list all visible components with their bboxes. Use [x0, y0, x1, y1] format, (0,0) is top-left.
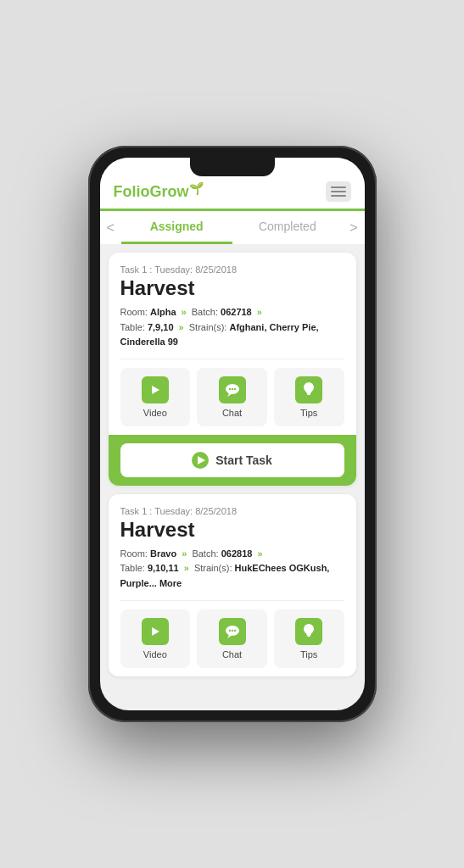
- task-2-title: Harvest: [120, 518, 344, 542]
- lightbulb-icon: [301, 381, 316, 398]
- chat-icon-bg-2: [219, 618, 246, 645]
- task-1-actions: Video Chat: [120, 368, 344, 426]
- arrow-4: »: [182, 548, 189, 559]
- logo-grow: Grow: [150, 183, 189, 200]
- svg-rect-6: [306, 392, 311, 393]
- task-2-date: Task 1 : Tuesday: 8/25/2018: [120, 506, 344, 516]
- task-1-video-label: Video: [143, 408, 167, 418]
- app-logo: FolioGrow🌱: [114, 183, 204, 201]
- task-card-2: Task 1 : Tuesday: 8/25/2018 Harvest Room…: [109, 494, 356, 676]
- task-2-table-label: Table:: [120, 563, 145, 573]
- phone-notch: [190, 158, 275, 176]
- hamburger-line-2: [331, 191, 346, 192]
- task-1-date: Task 1 : Tuesday: 8/25/2018: [120, 264, 344, 275]
- task-1-chat-button[interactable]: Chat: [197, 368, 267, 426]
- play-triangle-icon-2: [152, 627, 159, 636]
- task-1-strain-label: Strain(s):: [189, 322, 227, 332]
- arrow-6: »: [184, 563, 192, 573]
- phone-screen: FolioGrow🌱 < Assigned Completed > Task 1…: [100, 158, 365, 710]
- task-1-batch-value: 062718: [221, 307, 252, 317]
- start-play-icon: [192, 452, 209, 469]
- task-1-title: Harvest: [120, 276, 344, 300]
- task-2-divider: [120, 600, 344, 601]
- task-card-1: Task 1 : Tuesday: 8/25/2018 Harvest Room…: [109, 253, 356, 486]
- menu-button[interactable]: [326, 181, 351, 202]
- arrow-5: »: [257, 548, 262, 559]
- task-2-video-button[interactable]: Video: [120, 609, 191, 668]
- task-1-video-button[interactable]: Video: [120, 368, 191, 426]
- svg-point-3: [231, 388, 232, 390]
- task-2-tips-button[interactable]: Tips: [274, 609, 344, 668]
- chat-bubble-icon-2: [225, 625, 240, 638]
- video-icon-bg: [142, 376, 169, 403]
- video-icon-bg-2: [142, 618, 169, 645]
- arrow-2: »: [257, 307, 262, 317]
- svg-marker-9: [227, 635, 232, 638]
- task-1-table-value: 7,9,10: [148, 322, 174, 332]
- svg-point-11: [231, 629, 232, 631]
- task-2-batch-label: Batch:: [192, 548, 218, 559]
- task-1-meta: Room: Alpha » Batch: 062718 » Table: 7,9…: [120, 305, 344, 350]
- hamburger-line-1: [331, 186, 346, 188]
- task-2-strain-label: Strain(s):: [194, 563, 232, 573]
- task-1-start-wrapper: Start Task: [109, 435, 356, 486]
- task-1-start-button[interactable]: Start Task: [120, 443, 344, 477]
- chat-icon-bg: [219, 376, 246, 403]
- svg-point-2: [228, 388, 230, 390]
- task-1-divider: [120, 359, 344, 359]
- task-2-actions: Video Chat: [120, 609, 344, 668]
- task-2-video-label: Video: [143, 649, 167, 659]
- svg-point-13: [304, 624, 314, 634]
- task-1-start-label: Start Task: [215, 453, 272, 467]
- task-1-tips-label: Tips: [300, 408, 317, 418]
- phone-shell: FolioGrow🌱 < Assigned Completed > Task 1…: [88, 146, 377, 722]
- task-2-table-value: 9,10,11: [148, 563, 179, 573]
- tab-right-arrow[interactable]: >: [343, 212, 364, 244]
- task-2-batch-value: 062818: [221, 548, 253, 559]
- task-2-chat-button[interactable]: Chat: [197, 609, 267, 668]
- logo-folio: Folio: [114, 183, 150, 200]
- tips-icon-bg-2: [295, 618, 322, 645]
- task-1-tips-button[interactable]: Tips: [274, 368, 344, 426]
- svg-rect-14: [306, 633, 311, 635]
- task-2-meta: Room: Bravo » Batch: 062818 » Table: 9,1…: [120, 547, 344, 592]
- hamburger-line-3: [331, 195, 346, 197]
- logo-plant-icon: 🌱: [189, 181, 204, 195]
- chat-bubble-icon: [225, 383, 240, 397]
- svg-point-10: [228, 629, 230, 631]
- arrow-1: »: [182, 307, 189, 317]
- svg-point-5: [304, 382, 314, 392]
- task-1-batch-label: Batch:: [192, 307, 218, 317]
- tab-completed[interactable]: Completed: [232, 211, 344, 244]
- task-1-table-label: Table:: [120, 322, 145, 332]
- play-triangle-icon: [152, 386, 159, 394]
- task-1-room-value: Alpha: [150, 307, 176, 317]
- arrow-3: »: [179, 322, 187, 332]
- task-1-chat-label: Chat: [222, 408, 242, 418]
- task-2-room-value: Bravo: [150, 548, 176, 559]
- task-1-room-label: Room:: [120, 307, 148, 317]
- tab-assigned[interactable]: Assigned: [121, 211, 232, 244]
- svg-rect-7: [307, 393, 310, 395]
- svg-point-12: [233, 629, 235, 631]
- task-2-room-label: Room:: [120, 548, 148, 559]
- task-list: Task 1 : Tuesday: 8/25/2018 Harvest Room…: [100, 244, 365, 710]
- tabs-row: < Assigned Completed >: [100, 211, 365, 244]
- svg-point-4: [233, 388, 235, 390]
- start-play-triangle: [198, 456, 205, 465]
- task-2-chat-label: Chat: [222, 649, 242, 659]
- tab-left-arrow[interactable]: <: [100, 212, 121, 244]
- lightbulb-icon-2: [301, 623, 316, 640]
- svg-rect-15: [307, 635, 310, 637]
- task-2-tips-label: Tips: [300, 649, 317, 659]
- tips-icon-bg: [295, 376, 322, 403]
